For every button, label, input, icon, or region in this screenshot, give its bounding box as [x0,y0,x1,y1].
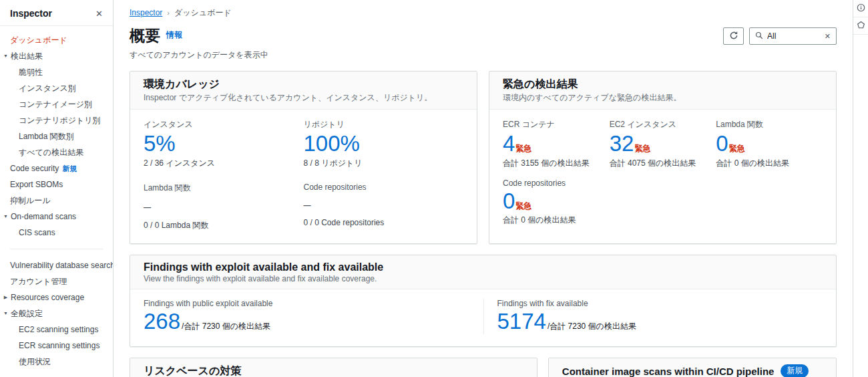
bottom-cards-row: リスクベースの対策 ほとんどのインスタンスとイメージに影響を与える脆弱性。 パッ… [130,358,837,377]
critical-count-link[interactable]: 0 [716,130,728,157]
card-description: Inspector でアクティブ化されているアカウント、インスタンス、リポジトリ… [144,92,463,104]
severity-label: 緊急 [729,144,745,153]
info-panel-toggle[interactable] [853,0,868,17]
critical-findings-card: 緊急の検出結果 環境内のすべてのアクティブな緊急の検出結果。 ECR コンテナ … [489,71,837,244]
metric-subtext: 合計 3155 個の検出結果 [503,158,610,169]
close-icon[interactable]: ✕ [95,9,103,19]
sidebar-group-findings[interactable]: ▼ 検出結果 [0,48,113,64]
breadcrumb: Inspector›ダッシュボード [114,0,853,20]
breadcrumb-inspector-link[interactable]: Inspector [130,8,162,17]
metric-code-repositories: Code repositories – 0 / 0 Code repositor… [304,182,464,231]
metric-ecr-container: ECR コンテナ 4緊急 合計 3155 個の検出結果 [503,119,610,169]
refresh-button[interactable] [723,27,744,45]
card-description: 環境内のすべてのアクティブな緊急の検出結果。 [503,92,823,104]
severity-label: 緊急 [515,144,531,153]
breadcrumb-current: ダッシュボード [174,8,232,17]
sidebar-item-label: Code security [10,164,59,173]
right-toolbar [853,0,868,377]
exploit-fix-available-card: Findings with exploit available and fix … [130,255,837,348]
sidebar-group-on-demand-scans[interactable]: ▼ On-demand scans [0,209,113,225]
search-input[interactable] [767,31,821,41]
info-icon [857,3,865,14]
critical-metrics-row: ECR コンテナ 4緊急 合計 3155 個の検出結果 EC2 インスタンス 3… [503,119,823,169]
card-body: インスタンス 5% 2 / 36 インスタンス リポジトリ 100% 8 / 8… [130,110,477,243]
clear-search-icon[interactable]: ✕ [825,32,831,41]
card-header: Container image scans within CI/CD pipel… [549,358,836,377]
dashboard-content: 環境カバレッジ Inspector でアクティブ化されているアカウント、インスタ… [114,61,853,377]
sidebar-group-label: On-demand scans [11,211,76,223]
metric-label: Findings with fix available [497,299,823,308]
sidebar-item-suppression-rules[interactable]: 抑制ルール [0,193,113,209]
sidebar-item-by-container-image[interactable]: コンテナイメージ別 [0,96,113,112]
sidebar: Inspector ✕ ダッシュボード ▼ 検出結果 脆弱性 インスタンス別 コ… [0,0,114,377]
severity-label: 緊急 [634,144,650,153]
card-body: Findings with public exploit available 2… [130,289,836,347]
metric-empty-value: – [304,192,311,217]
risk-based-remediation-card: リスクベースの対策 ほとんどのインスタンスとイメージに影響を与える脆弱性。 パッ… [130,358,537,377]
sidebar-group-general-settings[interactable]: ▼ 全般設定 [0,305,113,322]
chevron-down-icon: ▼ [3,213,9,221]
header-tools: ✕ [723,27,837,45]
sidebar-item-dashboard[interactable]: ダッシュボード [0,32,113,48]
sidebar-item-cis-scans[interactable]: CIS scans [0,225,113,241]
sidebar-item-code-security[interactable]: Code security新規 [0,160,113,176]
sidebar-item-by-instance[interactable]: インスタンス別 [0,80,113,96]
card-title: 緊急の検出結果 [503,78,823,92]
sidebar-item-ec2-scanning-settings[interactable]: EC2 scanning settings [0,322,113,338]
sidebar-title: Inspector [10,8,52,19]
top-cards-row: 環境カバレッジ Inspector でアクティブ化されているアカウント、インスタ… [130,71,837,244]
sidebar-group-resources-coverage[interactable]: ▶ Resources coverage [0,289,113,305]
metric-value-link[interactable]: 5% [144,130,176,157]
metric-exploit-available: Findings with public exploit available 2… [144,299,483,335]
sidebar-item-by-container-repository[interactable]: コンテナリポジトリ別 [0,112,113,128]
cicd-pipeline-card: Container image scans within CI/CD pipel… [548,358,837,377]
metric-label: Lambda 関数 [144,182,304,194]
info-link[interactable]: 情報 [166,30,182,39]
sidebar-item-vulnerability-database-search[interactable]: Vulnerability database search [0,257,113,273]
chevron-right-icon: ▶ [3,294,9,301]
card-title: 環境カバレッジ [144,78,463,92]
card-header: Findings with exploit available and fix … [130,255,836,289]
metric-suffix: /合計 7230 個の検出結果 [548,322,636,331]
sidebar-item-vulnerabilities[interactable]: 脆弱性 [0,64,113,80]
sidebar-header: Inspector ✕ [0,0,113,26]
exploit-count-link[interactable]: 268 [144,308,180,335]
critical-count-link[interactable]: 0 [503,188,515,215]
metric-subtext: 合計 0 個の検出結果 [503,215,823,226]
sidebar-nav: ダッシュボード ▼ 検出結果 脆弱性 インスタンス別 コンテナイメージ別 コンテ… [0,26,113,377]
metric-subtext: 合計 4075 個の検出結果 [610,158,716,169]
metric-value-link[interactable]: 100% [304,130,360,157]
page-header: 概要情報 すべてのアカウントのデータを表示中 ✕ [114,20,853,61]
card-header: 環境カバレッジ Inspector でアクティブ化されているアカウント、インスタ… [130,72,477,110]
metric-lambda-functions: Lambda 関数 – 0 / 0 Lambda 関数 [144,182,304,231]
sidebar-group-label: 全般設定 [11,307,43,320]
sidebar-item-ecr-scanning-settings[interactable]: ECR scanning settings [0,338,113,354]
sidebar-item-export-sboms[interactable]: Export SBOMs [0,176,113,193]
fix-count-link[interactable]: 5174 [497,308,546,335]
metric-empty-value: – [144,194,151,219]
page-title: 概要 [130,27,160,44]
sidebar-group-label: Resources coverage [11,291,84,303]
sidebar-item-account-management[interactable]: アカウント管理 [0,273,113,289]
critical-count-link[interactable]: 4 [503,130,515,157]
card-title: Findings with exploit available and fix … [144,261,823,273]
sidebar-item-all-findings[interactable]: すべての検出結果 [0,144,113,160]
sidebar-group-label: 検出結果 [11,50,43,62]
sidebar-item-usage[interactable]: 使用状況 [0,354,113,370]
critical-count-link[interactable]: 32 [610,130,634,157]
metric-label: EC2 インスタンス [610,119,716,130]
card-header: 緊急の検出結果 環境内のすべてのアクティブな緊急の検出結果。 [489,72,836,110]
metric-subtext: 0 / 0 Lambda 関数 [144,220,304,231]
resources-panel-toggle[interactable] [853,17,868,35]
metric-label: ECR コンテナ [503,119,610,130]
page-title-block: 概要情報 すべてのアカウントのデータを表示中 [130,25,268,61]
metric-label: Code repositories [503,178,823,188]
metric-fix-available: Findings with fix available 5174/合計 7230… [483,299,823,335]
divider [10,249,103,249]
metric-code-repositories: Code repositories 0緊急 合計 0 個の検出結果 [503,178,823,227]
environment-coverage-card: 環境カバレッジ Inspector でアクティブ化されているアカウント、インスタ… [130,71,477,244]
metric-label: Code repositories [304,182,464,192]
card-body: ECR コンテナ 4緊急 合計 3155 個の検出結果 EC2 インスタンス 3… [489,110,836,238]
main-content: Inspector›ダッシュボード 概要情報 すべてのアカウントのデータを表示中… [114,0,853,377]
sidebar-item-by-lambda-function[interactable]: Lambda 関数別 [0,128,113,144]
